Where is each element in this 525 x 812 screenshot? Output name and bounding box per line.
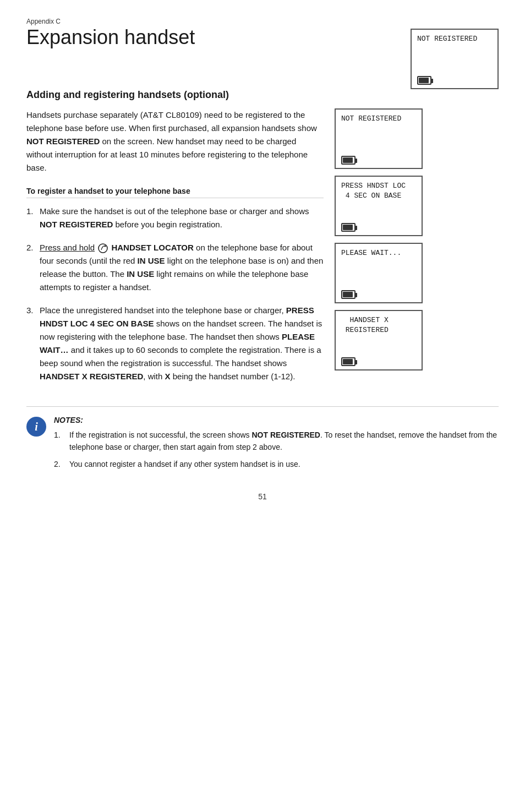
phone-screen-4: HANDSET X REGISTERED (335, 310, 423, 370)
appendix-label: Appendix C (26, 18, 499, 25)
note-1: 1. If the registration is not successful… (54, 429, 499, 454)
phone-screen-top: NOT REGISTERED (411, 29, 499, 89)
press-and-hold-link: Press and hold (40, 243, 95, 252)
screen-2-text: PRESS HNDST LOC 4 SEC ON BASE (341, 181, 416, 201)
battery-icon-top (417, 76, 431, 85)
handset-locator-icon (98, 243, 108, 253)
subsection-title: To register a handset to your telephone … (26, 187, 324, 198)
step-1-num: 1. (26, 205, 40, 231)
note-2-num: 2. (54, 458, 69, 470)
step-1: 1. Make sure the handset is out of the t… (26, 205, 324, 231)
phone-screen-2: PRESS HNDST LOC 4 SEC ON BASE (335, 176, 423, 236)
battery-icon-4 (341, 357, 356, 366)
step-3: 3. Place the unregistered handset into t… (26, 304, 324, 383)
step-1-content: Make sure the handset is out of the tele… (40, 205, 324, 231)
battery-icon-3 (341, 290, 356, 299)
svg-point-1 (105, 246, 106, 247)
screen-top-text: NOT REGISTERED (417, 34, 492, 44)
step-2-content: Press and hold HANDSET LOCATOR on the te… (40, 241, 324, 294)
notes-section: i NOTES: 1. If the registration is not s… (26, 406, 499, 475)
step-3-num: 3. (26, 304, 40, 383)
step-2: 2. Press and hold HANDSET LOCATOR on the… (26, 241, 324, 294)
page-title: Expansion handset (26, 26, 195, 48)
screen-1-text: NOT REGISTERED (341, 114, 416, 124)
page-number: 51 (26, 492, 499, 501)
info-icon: i (26, 417, 46, 437)
step-3-content: Place the unregistered handset into the … (40, 304, 324, 383)
notes-list: 1. If the registration is not successful… (54, 429, 499, 470)
right-screens-column: NOT REGISTERED PRESS HNDST LOC 4 SEC ON … (335, 108, 445, 370)
step-2-num: 2. (26, 241, 40, 294)
note-1-text: If the registration is not successful, t… (69, 429, 499, 454)
note-2: 2. You cannot register a handset if any … (54, 458, 499, 470)
battery-icon-1 (341, 156, 356, 165)
notes-title: NOTES: (54, 416, 499, 424)
note-2-text: You cannot register a handset if any oth… (69, 458, 300, 470)
phone-screen-1: NOT REGISTERED (335, 108, 423, 169)
phone-screen-3: PLEASE WAIT... (335, 243, 423, 303)
intro-paragraph: Handsets purchase separately (AT&T CL801… (26, 108, 318, 175)
screen-4-text: HANDSET X REGISTERED (341, 315, 416, 335)
note-1-num: 1. (54, 429, 69, 454)
battery-icon-2 (341, 223, 356, 232)
section-title: Adding and registering handsets (optiona… (26, 89, 499, 101)
notes-content: NOTES: 1. If the registration is not suc… (54, 416, 499, 475)
steps-list: 1. Make sure the handset is out of the t… (26, 205, 324, 383)
svg-point-0 (99, 244, 107, 253)
handset-locator-label: HANDSET LOCATOR (111, 243, 193, 252)
screen-3-text: PLEASE WAIT... (341, 248, 416, 258)
